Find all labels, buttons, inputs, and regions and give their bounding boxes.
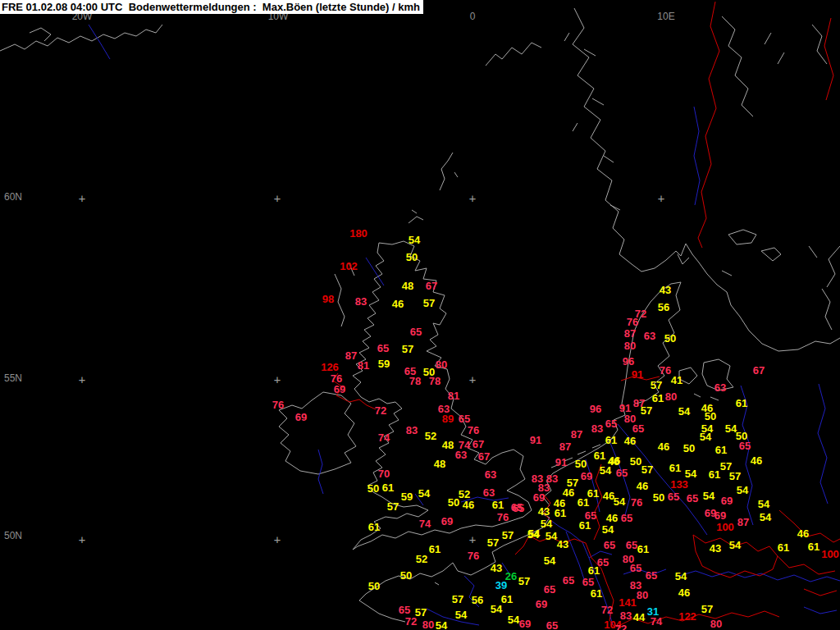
station-gust-value: 54 (455, 609, 467, 621)
lon-label: 0 (470, 11, 476, 22)
station-gust-value: 61 (778, 541, 789, 554)
grid-cross: + (79, 192, 85, 205)
station-gust-value: 122 (678, 610, 696, 623)
station-gust-value: 81 (358, 359, 369, 372)
station-gust-value: 43 (491, 562, 502, 574)
station-gust-value: 65 (563, 574, 574, 587)
station-gust-value: 65 (544, 583, 555, 596)
station-gust-value: 54 (436, 619, 447, 630)
station-gust-value: 81 (448, 390, 459, 402)
station-gust-value: 83 (591, 422, 603, 435)
station-gust-value: 76 (627, 316, 638, 328)
station-gust-value: 69 (714, 509, 726, 522)
station-gust-value: 48 (442, 439, 454, 451)
station-gust-value: 65 (632, 422, 644, 435)
station-gust-value: 65 (605, 418, 617, 430)
station-gust-value: 50 (630, 455, 641, 468)
station-gust-value: 57 (452, 593, 463, 605)
station-gust-value: 65 (668, 491, 679, 503)
grid-cross: + (469, 192, 476, 205)
station-gust-value: 65 (513, 502, 524, 514)
station-gust-value: 56 (472, 594, 483, 606)
station-gust-value: 61 (579, 519, 591, 532)
station-gust-value: 89 (442, 413, 454, 425)
station-gust-value: 54 (760, 511, 771, 523)
station-gust-value: 46 (606, 512, 618, 524)
station-gust-value: 54 (729, 539, 741, 551)
station-gust-value: 91 (632, 368, 643, 381)
station-gust-value: 67 (478, 450, 490, 463)
station-gust-value: 65 (399, 604, 410, 616)
station-gust-value: 65 (377, 342, 389, 354)
station-gust-value: 65 (739, 440, 751, 452)
station-gust-value: 76 (497, 511, 509, 523)
station-gust-value: 61 (652, 392, 664, 404)
station-gust-value: 61 (588, 564, 600, 577)
station-gust-value: 57 (402, 343, 413, 355)
station-gust-value: 57 (518, 575, 530, 587)
station-gust-value: 69 (519, 618, 531, 630)
station-gust-value: 44 (633, 611, 645, 623)
lat-label: 50N (4, 530, 22, 541)
station-gust-value: 54 (409, 234, 420, 246)
station-gust-value: 46 (392, 298, 404, 310)
station-gust-value: 50 (575, 458, 587, 470)
station-gust-value: 87 (559, 441, 571, 453)
station-gust-value: 48 (434, 458, 445, 470)
station-gust-value: 87 (345, 349, 357, 362)
map-title: FRE 01.02.08 04:00 UTC Bodenwettermeldun… (0, 0, 423, 14)
grid-cross: + (469, 373, 476, 386)
station-gust-value: 61 (382, 482, 394, 494)
station-gust-value: 70 (378, 468, 390, 480)
station-gust-value: 65 (621, 512, 632, 524)
station-gust-value: 78 (409, 375, 421, 387)
station-gust-value: 78 (429, 375, 441, 387)
station-gust-value: 54 (602, 523, 614, 536)
station-gust-value: 59 (378, 358, 390, 370)
station-gust-value: 69 (441, 515, 453, 527)
grid-cross: + (79, 533, 85, 546)
station-gust-value: 52 (425, 430, 436, 442)
station-gust-value: 98 (322, 293, 334, 305)
station-gust-value: 80 (665, 390, 677, 403)
station-gust-value: 54 (703, 490, 714, 502)
station-gust-value: 80 (710, 618, 722, 630)
station-gust-value: 63 (714, 381, 726, 394)
station-gust-value: 133 (670, 478, 688, 491)
station-gust-value: 46 (658, 441, 669, 453)
station-gust-value: 80 (422, 619, 434, 630)
station-gust-value: 46 (751, 454, 762, 467)
station-gust-value: 50 (664, 332, 676, 345)
station-gust-value: 96 (623, 355, 634, 368)
station-gust-value: 57 (487, 536, 499, 549)
station-gust-value: 61 (555, 507, 566, 519)
station-gust-value: 50 (406, 251, 418, 263)
grid-cross: + (274, 533, 281, 546)
station-gust-value: 72 (601, 604, 613, 616)
station-gust-value: 61 (715, 444, 727, 456)
grid-cross: + (274, 373, 281, 386)
station-gust-value: 74 (651, 615, 662, 628)
station-gust-value: 72 (615, 623, 627, 630)
grid-cross: + (469, 533, 476, 546)
station-gust-value: 50 (448, 496, 459, 509)
station-gust-value: 57 (423, 297, 435, 309)
lat-label: 55N (4, 372, 22, 384)
station-gust-value: 87 (571, 428, 582, 441)
station-gust-value: 96 (590, 403, 601, 415)
station-gust-value: 65 (626, 539, 637, 551)
lat-label: 60N (4, 191, 22, 203)
station-gust-value: 61 (736, 397, 747, 409)
weather-map-screen: FRE 01.02.08 04:00 UTC Bodenwettermeldun… (0, 0, 840, 630)
station-gust-value: 54 (541, 518, 552, 530)
station-gust-value: 46 (637, 480, 648, 492)
station-gust-value: 76 (468, 424, 479, 436)
station-gust-value: 50 (705, 410, 716, 422)
station-gust-value: 52 (416, 553, 427, 565)
station-gust-value: 61 (669, 462, 681, 474)
station-gust-value: 72 (405, 615, 417, 628)
station-gust-value: 61 (492, 499, 504, 511)
station-gust-value: 54 (544, 555, 555, 567)
station-gust-value: 54 (675, 570, 687, 582)
station-gust-value: 76 (660, 364, 671, 377)
